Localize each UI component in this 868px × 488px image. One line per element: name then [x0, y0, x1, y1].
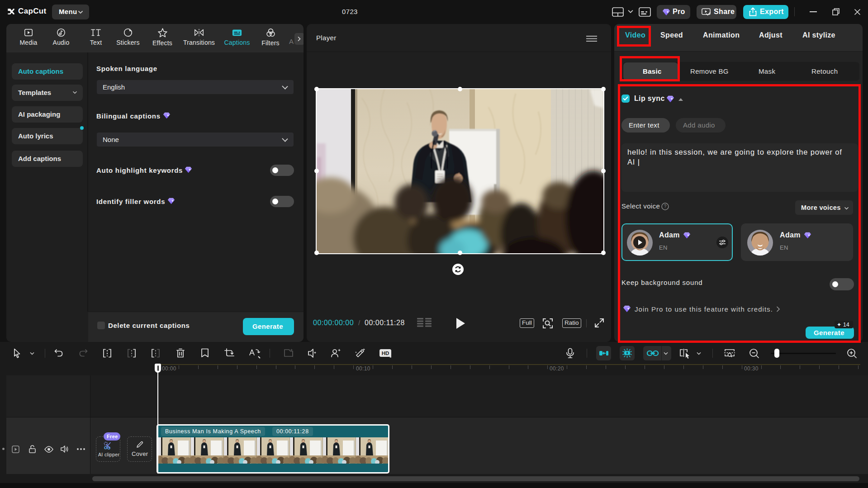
- svg-text:HD: HD: [382, 351, 389, 356]
